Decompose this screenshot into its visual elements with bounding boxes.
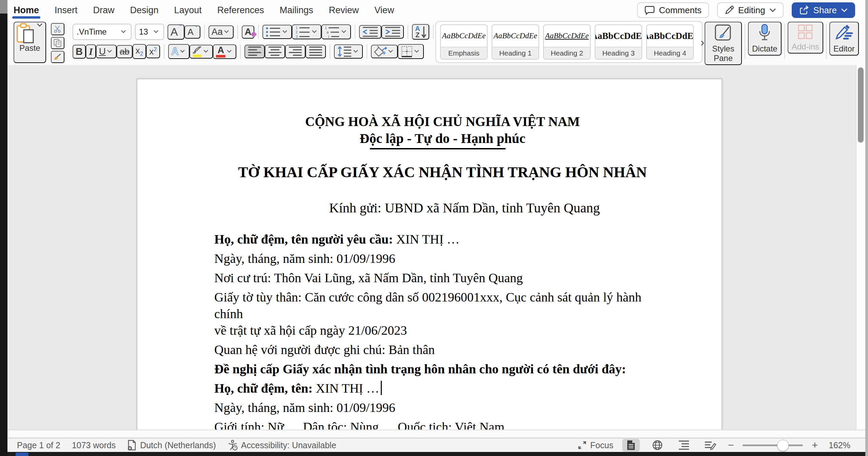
clear-formatting-button[interactable]: A: [242, 25, 255, 39]
tab-home[interactable]: Home: [14, 0, 39, 20]
style-label: Heading 2: [544, 47, 590, 59]
draft-view-button[interactable]: [702, 439, 719, 452]
change-case-button[interactable]: Aa: [209, 25, 234, 39]
divider: [367, 44, 367, 59]
doc-paragraph[interactable]: Nơi cư trú: Thôn Vai Lũng, xã Nấm Dần, t…: [214, 270, 671, 286]
word-count[interactable]: 1073 words: [72, 440, 116, 450]
editor-button[interactable]: Editor: [829, 22, 859, 56]
tab-view[interactable]: View: [374, 0, 394, 20]
ribbon-home: Paste .VnTime 13: [7, 20, 865, 66]
doc-paragraph[interactable]: TỜ KHAI CẤP GIẤY XÁC NHẬN TÌNH TRẠNG HÔN…: [214, 163, 671, 182]
doc-paragraph[interactable]: Họ, chữ đệm, tên: XIN THỊ …: [214, 380, 671, 397]
editing-mode-button[interactable]: Editing: [717, 2, 784, 18]
font-name-combobox[interactable]: .VnTime: [73, 24, 132, 40]
doc-paragraph[interactable]: Độc lập - Tự do - Hạnh phúc: [214, 130, 671, 149]
style-chip-emphasis[interactable]: AaBbCcDdEeEmphasis: [440, 24, 488, 60]
svg-text:i: i: [328, 35, 329, 38]
superscript-button[interactable]: x2: [146, 45, 160, 58]
font-size-combobox[interactable]: 13: [135, 24, 164, 40]
vertical-scrollbar[interactable]: [856, 65, 865, 430]
editor-icon: [834, 24, 853, 42]
web-layout-view-button[interactable]: [649, 439, 666, 452]
tab-design[interactable]: Design: [130, 0, 159, 20]
tab-insert[interactable]: Insert: [55, 0, 78, 20]
tab-label: Review: [329, 5, 359, 16]
accessibility-status[interactable]: ? Accessibility: Unavailable: [228, 440, 336, 451]
decrease-indent-button[interactable]: [359, 25, 381, 39]
doc-paragraph[interactable]: CỘNG HOÀ XÃ HỘI CHỦ NGHĨA VIỆT NAM: [214, 113, 671, 130]
shrink-font-button[interactable]: Aˇ: [184, 25, 200, 39]
align-left-button[interactable]: [244, 45, 265, 58]
line-spacing-button[interactable]: [334, 44, 363, 59]
zoom-slider[interactable]: [743, 439, 803, 452]
chevron-down-icon: [841, 8, 848, 12]
proofing-status[interactable]: Dutch (Netherlands): [127, 440, 216, 451]
scrollbar-thumb[interactable]: [858, 67, 864, 143]
increase-indent-button[interactable]: [381, 25, 404, 39]
styles-pane-button[interactable]: Styles Pane: [705, 22, 742, 65]
strikethrough-button[interactable]: ab: [117, 45, 133, 58]
doc-paragraph[interactable]: Quan hệ với người được ghi chú: Bản thân: [214, 341, 671, 358]
clipboard-group: Paste: [14, 22, 64, 63]
page-indicator[interactable]: Page 1 of 2: [17, 440, 60, 450]
status-left: Page 1 of 2 1073 words Dutch (Netherland…: [7, 440, 336, 451]
zoom-slider-track[interactable]: [743, 444, 803, 446]
paste-button[interactable]: Paste: [14, 22, 46, 63]
text-run: Giấy tờ tùy thân: Căn cước công dân số 0…: [214, 290, 642, 321]
zoom-percentage[interactable]: 162%: [827, 440, 850, 450]
align-right-icon: [288, 46, 302, 57]
style-chip-heading-1[interactable]: AaBbCcDdEeHeading 1: [492, 24, 539, 60]
dictate-button[interactable]: Dictate: [748, 22, 782, 56]
tab-references[interactable]: References: [217, 0, 264, 20]
doc-paragraph[interactable]: Kính gửi: UBND xã Nấm Dần, tỉnh Tuyên Qu…: [214, 200, 671, 216]
zoom-out-button[interactable]: −: [728, 439, 734, 451]
borders-button[interactable]: [398, 44, 424, 59]
doc-paragraph[interactable]: Giấy tờ tùy thân: Căn cước công dân số 0…: [214, 289, 671, 339]
print-layout-view-button[interactable]: [622, 439, 640, 452]
numbering-button[interactable]: 123: [292, 24, 321, 39]
tab-draw[interactable]: Draw: [93, 0, 115, 20]
bold-button[interactable]: B: [73, 45, 86, 59]
format-painter-button[interactable]: [51, 51, 64, 63]
tab-mailings[interactable]: Mailings: [280, 0, 313, 20]
align-center-button[interactable]: [265, 45, 285, 58]
doc-paragraph[interactable]: Họ, chữ đệm, tên người yêu cầu: XIN THỊ …: [214, 231, 671, 248]
text-run: TỜ KHAI CẤP GIẤY XÁC NHẬN TÌNH TRẠNG HÔN…: [238, 164, 647, 181]
text-highlight-button[interactable]: [190, 45, 213, 59]
style-chip-heading-4[interactable]: AaBbCcDdEeHeading 4: [646, 24, 694, 60]
subscript-button[interactable]: x2: [133, 44, 146, 59]
doc-paragraph[interactable]: Giới tính: NữDân tộc: NùngQuốc tịch: Việ…: [214, 419, 671, 430]
zoom-in-button[interactable]: +: [812, 439, 818, 451]
zoom-slider-thumb[interactable]: [777, 440, 789, 451]
justify-button[interactable]: [305, 45, 326, 58]
doc-paragraph[interactable]: Đề nghị cấp Giấy xác nhận tình trạng hôn…: [214, 361, 671, 377]
style-chip-heading-2[interactable]: AaBbCcDdEeHeading 2: [543, 24, 591, 60]
accessibility-icon: ?: [228, 440, 238, 451]
font-color-button[interactable]: A: [213, 44, 236, 59]
doc-paragraph[interactable]: Ngày, tháng, năm sinh: 01/09/1996: [214, 250, 671, 267]
align-right-button[interactable]: [285, 45, 305, 58]
text-effects-button[interactable]: A: [168, 44, 190, 59]
sort-button[interactable]: A Z: [412, 24, 429, 40]
outline-view-button[interactable]: [675, 439, 693, 452]
cut-button[interactable]: [51, 23, 64, 35]
shading-button[interactable]: [371, 45, 398, 58]
draft-view-icon: [704, 440, 716, 450]
style-chip-heading-3[interactable]: AaBbCcDdEeHeading 3: [595, 24, 642, 60]
share-button[interactable]: Share: [792, 2, 855, 18]
bullets-button[interactable]: [262, 25, 292, 39]
tab-label: References: [217, 5, 264, 16]
text-run: Quan hệ với người được ghi chú: Bản thân: [214, 343, 435, 357]
grow-font-button[interactable]: Aˆ: [167, 24, 184, 40]
tab-layout[interactable]: Layout: [174, 0, 202, 20]
italic-button[interactable]: I: [86, 44, 96, 59]
tab-review[interactable]: Review: [329, 0, 359, 20]
document-page[interactable]: CỘNG HOÀ XÃ HỘI CHỦ NGHĨA VIỆT NAMĐộc lậ…: [137, 79, 722, 430]
chevron-down-icon: [153, 30, 160, 34]
focus-mode-button[interactable]: Focus: [577, 440, 613, 450]
underline-button[interactable]: U: [96, 45, 117, 58]
multilevel-list-button[interactable]: 1ai: [321, 24, 351, 39]
doc-paragraph[interactable]: Ngày, tháng, năm sinh: 01/09/1996: [214, 399, 671, 416]
comments-button[interactable]: Comments: [637, 2, 709, 18]
copy-button[interactable]: [51, 37, 64, 49]
